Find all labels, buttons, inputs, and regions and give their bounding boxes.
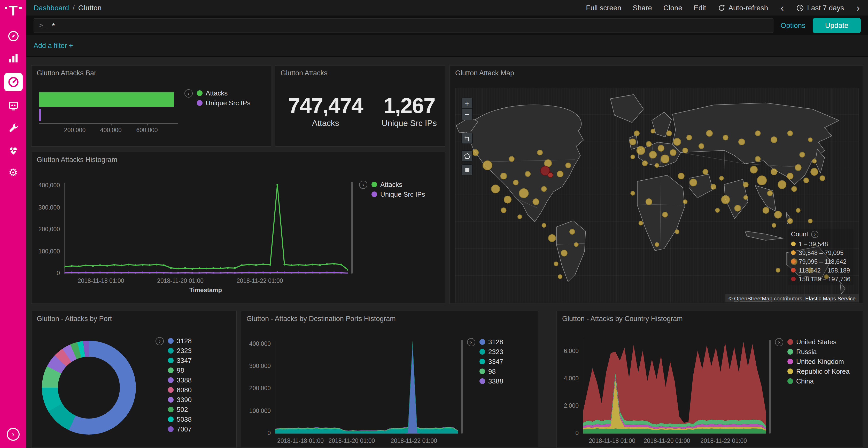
attack-origin-point[interactable] (637, 146, 645, 154)
attack-origin-point[interactable] (570, 229, 575, 234)
zoom-out-button[interactable]: − (461, 109, 473, 120)
legend-item-8080[interactable]: 8080 (168, 385, 192, 395)
attack-origin-point[interactable] (744, 195, 748, 200)
attack-origin-point[interactable] (639, 221, 643, 225)
attack-origin-point[interactable] (533, 199, 539, 205)
attack-origin-point[interactable] (658, 145, 664, 151)
attack-origin-point[interactable] (690, 179, 697, 186)
attack-origin-point[interactable] (683, 200, 687, 204)
attack-origin-point[interactable] (662, 212, 668, 217)
tmobile-logo[interactable]: T (5, 5, 22, 17)
unique-src-ips-bar[interactable] (39, 109, 41, 121)
query-input[interactable]: >_ * (34, 18, 773, 33)
attack-origin-point[interactable] (735, 205, 741, 211)
attack-origin-point[interactable] (687, 135, 692, 140)
legend-item-3347[interactable]: 3347 (168, 356, 192, 366)
attack-origin-point[interactable] (755, 131, 760, 136)
attack-origin-point[interactable] (715, 208, 719, 212)
legend-item-russia[interactable]: Russia (787, 347, 850, 357)
attack-origin-point[interactable] (721, 196, 730, 204)
attack-origin-point[interactable] (483, 161, 492, 170)
attack-origin-point[interactable] (808, 138, 812, 142)
legend-item-3128[interactable]: 3128 (168, 336, 192, 346)
legend-item-98[interactable]: 98 (479, 367, 503, 376)
legend-scrollbar[interactable] (461, 340, 463, 434)
legend-item-3388[interactable]: 3388 (479, 376, 503, 386)
attack-origin-point[interactable] (565, 163, 571, 168)
attack-origin-point[interactable] (509, 157, 514, 162)
legend-toggle[interactable]: › (811, 231, 819, 238)
attack-origin-point[interactable] (795, 164, 801, 171)
legend-item-502[interactable]: 502 (168, 405, 192, 414)
legend-item-united-states[interactable]: United States (787, 337, 850, 347)
sidebar-item-management[interactable]: ⚙ (4, 165, 22, 180)
legend-scrollbar[interactable] (769, 340, 771, 434)
attack-origin-point[interactable] (558, 275, 562, 279)
attack-origin-point[interactable] (554, 262, 558, 266)
attack-origin-point[interactable] (757, 176, 767, 185)
attack-origin-point[interactable] (670, 149, 676, 156)
sidebar-item-timelion[interactable] (4, 98, 22, 113)
attack-origin-point[interactable] (519, 188, 529, 198)
legend-item-7007[interactable]: 7007 (168, 424, 192, 434)
legend-item-republic-of-korea[interactable]: Republic of Korea (787, 367, 850, 376)
attack-origin-point[interactable] (804, 178, 809, 183)
legend-toggle[interactable]: › (184, 89, 193, 98)
attack-origin-point[interactable] (646, 199, 652, 205)
attack-origin-point[interactable] (518, 215, 522, 219)
legend-item-unique-src-ips[interactable]: Unique Src IPs (371, 189, 425, 199)
attack-origin-point[interactable] (544, 160, 552, 167)
attacks-histogram-plot[interactable] (64, 183, 348, 274)
attack-origin-point[interactable] (542, 223, 546, 227)
attack-origin-point[interactable] (561, 250, 567, 256)
attacks-bar[interactable] (39, 92, 174, 107)
legend-item-3128[interactable]: 3128 (479, 337, 503, 347)
attack-origin-point[interactable] (655, 163, 659, 168)
sidebar-item-dashboard[interactable] (4, 73, 23, 91)
legend-toggle[interactable]: › (467, 338, 475, 346)
attack-origin-point[interactable] (630, 191, 635, 195)
legend-toggle[interactable]: › (156, 337, 164, 345)
attack-origin-point[interactable] (629, 139, 636, 145)
draw-rectangle-button[interactable] (461, 164, 473, 175)
attack-origin-point[interactable] (683, 148, 688, 153)
attack-origin-point[interactable] (719, 176, 723, 180)
attack-origin-point[interactable] (811, 168, 818, 175)
legend-item-unique-src-ips[interactable]: Unique Src IPs (197, 98, 250, 108)
attack-origin-point[interactable] (472, 149, 478, 156)
attack-origin-point[interactable] (767, 191, 772, 196)
attack-origin-point[interactable] (504, 196, 511, 203)
attack-origin-point[interactable] (661, 155, 669, 163)
attack-origin-point[interactable] (655, 243, 659, 247)
attack-origin-point[interactable] (711, 184, 716, 189)
legend-item-5038[interactable]: 5038 (168, 414, 192, 424)
draw-polygon-button[interactable] (461, 150, 473, 162)
elastic-maps-service-link[interactable]: Elastic Maps Service (805, 295, 856, 302)
attack-origin-point[interactable] (808, 219, 812, 223)
time-forward-button[interactable]: › (855, 3, 861, 13)
legend-item-attacks[interactable]: Attacks (197, 88, 250, 98)
legend-scrollbar[interactable] (351, 182, 353, 274)
legend-item-china[interactable]: China (787, 376, 850, 386)
attack-origin-point[interactable] (541, 186, 547, 192)
legend-toggle[interactable]: › (775, 338, 783, 346)
sidebar-item-dev-tools[interactable] (4, 120, 22, 136)
time-back-button[interactable]: ‹ (779, 3, 785, 13)
attack-origin-point[interactable] (678, 173, 684, 179)
attack-origin-point[interactable] (774, 211, 782, 218)
attack-origin-point[interactable] (491, 185, 500, 193)
attack-origin-point[interactable] (792, 186, 797, 192)
collapse-nav-button[interactable]: › (7, 428, 20, 441)
openstreetmap-link[interactable]: OpenStreetMap (734, 295, 772, 302)
attack-origin-point[interactable] (651, 129, 655, 133)
sidebar-item-monitoring[interactable] (4, 142, 22, 158)
attack-origin-point[interactable] (548, 172, 553, 177)
auto-refresh-button[interactable]: Auto-refresh (717, 4, 768, 12)
attack-origin-point[interactable] (513, 180, 518, 185)
legend-toggle[interactable]: › (359, 181, 367, 189)
attack-origin-point[interactable] (634, 131, 640, 136)
attack-origin-point[interactable] (800, 152, 805, 157)
attack-origin-point[interactable] (649, 151, 656, 158)
attack-origin-point[interactable] (574, 243, 579, 247)
attack-origin-point[interactable] (703, 169, 708, 174)
